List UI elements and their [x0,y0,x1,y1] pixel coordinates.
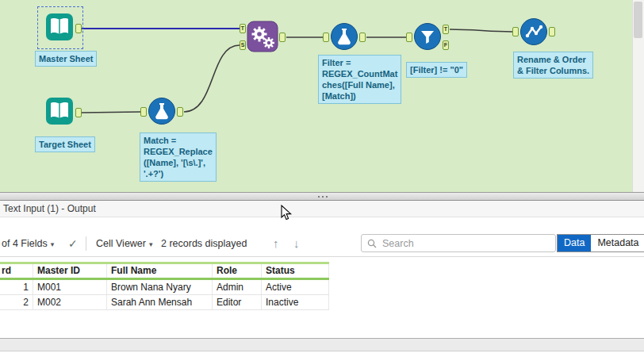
anchor-filter-false-output[interactable]: F [443,40,449,50]
chevron-down-icon: ▾ [51,240,55,248]
anchor-formula-match-input[interactable] [140,107,147,117]
grid-header-status[interactable]: Status [262,264,329,278]
cell-master-id[interactable]: M001 [33,280,107,294]
formula-flask-icon [330,22,358,51]
row-number: 1 [0,280,33,294]
anchor-master-output[interactable] [75,24,82,33]
input-data-icon [45,97,74,125]
grid-header-role[interactable]: Role [213,264,262,278]
splitter-grip-icon [322,196,324,198]
annotation-formula-match[interactable]: Match = REGEX_Replace ([Name], '[\s\.]',… [140,132,217,182]
anchor-formula-filter-output[interactable] [359,33,366,42]
tool-label-master-sheet[interactable]: Master Sheet [35,51,97,67]
table-row[interactable]: 1 M001 Brown Nana Nyary Admin Active [0,280,329,295]
anchor-letter: T [444,26,447,32]
gears-icon [247,21,278,52]
search-box[interactable] [361,234,556,252]
wire-filter-to-select[interactable] [450,29,512,32]
anchor-filter-input[interactable] [406,33,412,42]
anchor-select-input[interactable] [512,27,519,36]
tab-data[interactable]: Data [558,235,591,251]
grid-header-master-id[interactable]: Master ID [33,264,107,278]
filter-funnel-icon [413,22,442,51]
fields-dropdown[interactable]: of 4 Fields▾ [2,230,54,258]
anchor-append-output[interactable] [279,33,286,42]
grid-header-record[interactable]: rd [0,264,33,278]
toolbar-divider [86,236,86,251]
results-toolbar: of 4 Fields▾ ✓ Cell Viewer▾ 2 records di… [0,230,644,257]
anchor-target-output[interactable] [75,108,82,117]
cell-role[interactable]: Editor [213,295,262,309]
select-columns-icon [519,17,548,46]
data-metadata-toggle: Data Metadata [557,234,644,252]
cell-master-id[interactable]: M002 [33,295,107,309]
cell-status[interactable]: Inactive [262,295,329,309]
records-displayed-label: 2 records displayed [161,230,247,257]
anchor-letter: F [444,42,447,48]
tool-filter[interactable] [413,22,442,54]
chevron-down-icon: ▾ [149,240,153,248]
anchor-formula-match-output[interactable] [177,107,183,117]
input-data-icon [45,13,74,41]
search-input[interactable] [381,237,555,250]
grid-header-row: rd Master ID Full Name Role Status [0,262,329,280]
anchor-select-output[interactable] [549,27,555,36]
results-grid: rd Master ID Full Name Role Status 1 M00… [0,262,329,310]
alteryx-designer-window: Master Sheet Target Sheet Match = REGEX_… [0,0,644,357]
cell-role[interactable]: Admin [213,280,262,294]
mouse-cursor-icon [281,205,293,221]
anchor-append-input-t[interactable]: T [240,24,246,33]
cell-full-name[interactable]: Sarah Ann Mensah [107,295,213,309]
tool-master-sheet-input[interactable] [45,13,74,44]
horizontal-scrollbar[interactable] [0,338,644,351]
search-icon [367,239,377,248]
table-row[interactable]: 2 M002 Sarah Ann Mensah Editor Inactive [0,295,329,310]
annotation-filter[interactable]: [Filter] != "0" [406,62,467,78]
cell-status[interactable]: Active [262,280,329,294]
anchor-letter: T [241,25,244,31]
scroll-up-icon[interactable]: ↑ [273,230,279,257]
workflow-canvas[interactable]: Master Sheet Target Sheet Match = REGEX_… [0,0,632,192]
cell-viewer-dropdown[interactable]: Cell Viewer▾ [96,230,153,258]
wire-formula-to-append[interactable] [184,45,240,112]
annotation-select[interactable]: Rename & Order & Filter Columns. [513,52,593,79]
tool-formula-filter[interactable] [330,22,358,54]
tab-metadata[interactable]: Metadata [591,235,644,251]
formula-flask-icon [148,97,176,125]
results-panel-title: Text Input (1) - Output [0,201,644,217]
tool-select[interactable] [519,17,548,49]
tool-append-fields[interactable] [247,21,278,56]
tool-formula-match[interactable] [148,97,176,129]
row-number: 2 [0,295,33,309]
canvas-scrollbar-thumb[interactable] [634,2,642,38]
grid-header-full-name[interactable]: Full Name [107,264,213,278]
anchor-formula-filter-input[interactable] [323,33,329,42]
scroll-down-icon[interactable]: ↓ [293,230,300,257]
annotation-formula-filter[interactable]: Filter = REGEX_CountMat ches([Full Name]… [318,55,401,104]
wire-target-to-formula[interactable] [82,112,140,113]
cell-full-name[interactable]: Brown Nana Nyary [107,280,213,294]
tool-target-sheet-input[interactable] [45,97,74,129]
tool-label-target-sheet[interactable]: Target Sheet [35,136,95,152]
anchor-filter-true-output[interactable]: T [443,25,449,34]
anchor-append-input-s[interactable]: S [240,40,246,50]
panel-splitter[interactable] [0,192,644,201]
anchor-letter: S [241,42,245,48]
apply-check-icon[interactable]: ✓ [68,230,78,257]
